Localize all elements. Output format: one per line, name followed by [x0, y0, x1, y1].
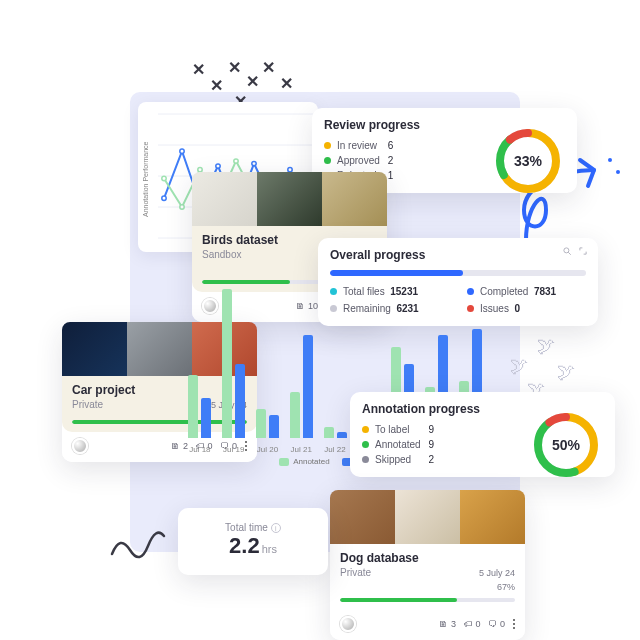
- doodle-x-icon: ✕: [280, 74, 293, 93]
- review-row-label: In review: [337, 140, 377, 151]
- thumbnail: [395, 490, 460, 544]
- stat-value: 7831: [534, 286, 556, 297]
- bar-category-label: Jul 21: [291, 445, 312, 454]
- status-dot-icon: [362, 456, 369, 463]
- ann-row-label: Skipped: [375, 454, 411, 465]
- ann-row-label: Annotated: [375, 439, 421, 450]
- thumbnail: [257, 172, 322, 226]
- annotation-progress-card: Annotation progress To label9 Annotated9…: [350, 392, 615, 477]
- tags-icon: 🏷 0: [464, 619, 481, 629]
- magnifier-icon[interactable]: [562, 246, 572, 256]
- info-icon[interactable]: i: [271, 523, 281, 533]
- review-row-label: Approved: [337, 155, 380, 166]
- status-dot-icon: [362, 441, 369, 448]
- svg-point-20: [234, 159, 238, 163]
- files-icon: 🗎 3: [439, 619, 456, 629]
- thumbnail: [322, 172, 387, 226]
- svg-point-29: [564, 248, 569, 253]
- doodle-x-icon: ✕: [262, 58, 275, 77]
- status-dot-icon: [324, 142, 331, 149]
- doodle-x-icon: ✕: [192, 60, 205, 79]
- project-subtitle: Sandbox: [202, 249, 241, 260]
- progress-bar: [340, 598, 515, 602]
- project-percent: 67%: [497, 582, 515, 592]
- svg-point-8: [180, 149, 184, 153]
- status-dot-icon: [324, 157, 331, 164]
- total-time-value: 2.2: [229, 533, 260, 558]
- svg-point-16: [162, 176, 166, 180]
- more-icon[interactable]: [513, 618, 515, 630]
- ann-row-label: To label: [375, 424, 409, 435]
- avatar[interactable]: [340, 616, 356, 632]
- svg-point-0: [608, 158, 612, 162]
- annotation-progress-percent: 50%: [531, 410, 601, 480]
- thumbnail: [330, 490, 395, 544]
- total-time-card: Total timei 2.2hrs: [178, 508, 328, 575]
- bar-category-label: Jul 20: [257, 445, 278, 454]
- annotation-progress-ring: 50%: [531, 410, 601, 480]
- overall-title: Overall progress: [330, 248, 586, 262]
- project-date: 5 July 24: [479, 568, 515, 578]
- svg-point-12: [252, 161, 256, 165]
- svg-point-17: [180, 205, 184, 209]
- status-dot-icon: [362, 426, 369, 433]
- total-time-label: Total timei: [194, 522, 312, 533]
- project-card-dogs[interactable]: Dog database Private5 July 24 67% 🗎 3 🏷 …: [330, 490, 525, 640]
- legend-swatch: [279, 458, 289, 466]
- doodle-x-icon: ✕: [246, 72, 259, 91]
- line-chart-ylabel: Annotation Performance: [142, 114, 152, 244]
- doodle-bird-icon: 🕊︎: [537, 336, 555, 357]
- doodle-bird-icon: 🕊︎: [557, 362, 575, 383]
- expand-icon[interactable]: [578, 246, 588, 256]
- avatar[interactable]: [72, 438, 88, 454]
- bar-category-label: Jul 22: [324, 445, 345, 454]
- doodle-x-icon: ✕: [228, 58, 241, 77]
- legend-label: Annotated: [293, 457, 329, 466]
- svg-point-10: [216, 164, 220, 168]
- svg-line-30: [568, 252, 571, 255]
- total-time-unit: hrs: [262, 543, 277, 555]
- thumbnail: [192, 172, 257, 226]
- svg-point-7: [162, 196, 166, 200]
- thumbnail: [62, 322, 127, 376]
- stat-value: 0: [514, 303, 520, 314]
- review-progress-percent: 33%: [493, 126, 563, 196]
- bar-category-label: Jul 18: [189, 445, 210, 454]
- thumbnail: [460, 490, 525, 544]
- project-subtitle: Private: [72, 399, 103, 410]
- bar-category-label: Jul 19: [223, 445, 244, 454]
- doodle-bird-icon: 🕊︎: [510, 356, 528, 377]
- project-subtitle: Private: [340, 567, 371, 578]
- review-progress-ring: 33%: [493, 126, 563, 196]
- project-name: Dog database: [340, 551, 515, 565]
- doodle-x-icon: ✕: [210, 76, 223, 95]
- doodle-scribble-icon: [108, 524, 168, 564]
- svg-point-1: [616, 170, 620, 174]
- comments-icon: 🗨 0: [488, 619, 505, 629]
